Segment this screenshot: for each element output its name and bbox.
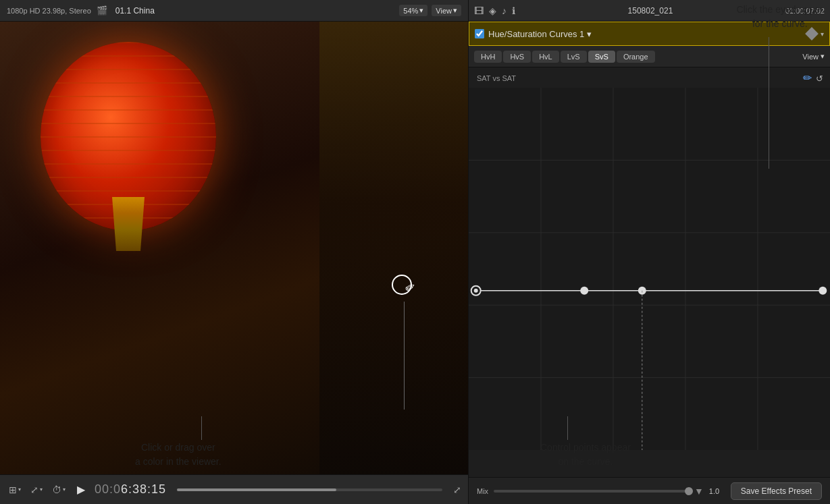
play-button[interactable]: ▶ (73, 482, 89, 497)
tab-svs-label: SvS (595, 53, 608, 61)
timecode-main: 6:38:15 (121, 482, 166, 496)
tab-hvh[interactable]: HvH (474, 51, 502, 63)
save-effects-label: Save Effects Preset (741, 486, 812, 496)
lantern-decoration (41, 35, 230, 251)
progress-bar-fill (177, 488, 336, 491)
svg-rect-0 (469, 88, 830, 450)
curve-tools: ✏ ↺ (803, 73, 823, 84)
effect-name-dropdown[interactable]: Hue/Saturation Curves 1 ▾ (488, 29, 803, 39)
mix-label: Mix (477, 487, 488, 495)
panel-timecode: 01:00:07:02 (785, 7, 825, 15)
speed-icon: ⏱ (52, 484, 61, 495)
curve-view-dropdown[interactable]: View ▾ (802, 52, 825, 61)
effect-name-chevron: ▾ (587, 29, 592, 39)
transform-icon: ⤢ (30, 484, 38, 495)
film-icon-btn[interactable]: 🎞 (474, 5, 484, 16)
tab-hvh-label: HvH (481, 53, 495, 61)
curve-tabs: HvH HvS HvL LvS SvS Orange View ▾ (469, 46, 830, 67)
svg-point-12 (580, 287, 588, 295)
viewer-controls-right: 54% ▾ View ▾ (399, 5, 461, 16)
curve-view-chevron: ▾ (821, 52, 825, 61)
effect-right-icons: ▾ (807, 29, 824, 38)
curve-area[interactable]: SAT vs SAT ✏ ↺ (469, 67, 830, 477)
eyedropper-cursor: ✏ (392, 275, 419, 302)
svg-point-11 (474, 289, 478, 293)
progress-bar-container[interactable] (177, 488, 442, 491)
speed-chevron: ▾ (63, 486, 66, 493)
audio-icon-btn[interactable]: ♪ (502, 5, 507, 16)
curve-eyedropper-btn[interactable]: ✏ (803, 73, 812, 84)
layout-chevron: ▾ (18, 486, 21, 493)
layout-icon: ⊞ (9, 484, 17, 495)
tab-lvs-label: LvS (567, 53, 580, 61)
viewer-meta: 1080p HD 23.98p, Stereo (7, 7, 91, 15)
tab-hvl-label: HvL (539, 53, 552, 61)
tab-orange-label: Orange (623, 53, 648, 61)
eyedropper-icon: ✏ (803, 72, 812, 84)
effect-dropdown-bar: Hue/Saturation Curves 1 ▾ ▾ (469, 22, 830, 46)
zoom-label: 54% (403, 7, 418, 15)
effect-name-label: Hue/Saturation Curves 1 (488, 29, 584, 39)
color-panel: 🎞 ◈ ♪ ℹ 150802_021 01:00:07:02 Hue/Satur… (468, 0, 830, 504)
playback-toolbar: ⊞ ▾ ⤢ ▾ ⏱ ▾ ▶ 00:06:38:15 ⤢ (0, 474, 468, 504)
transform-button[interactable]: ⤢ ▾ (28, 482, 45, 497)
video-frame[interactable]: ✏ (0, 22, 468, 474)
tab-lvs[interactable]: LvS (561, 51, 587, 63)
curve-view-label: View (802, 53, 819, 61)
tab-svs[interactable]: SvS (588, 51, 615, 63)
zoom-chevron: ▾ (419, 6, 423, 15)
panel-clip-name: 150802_021 (521, 6, 780, 16)
timecode-dim: 00:0 (95, 482, 121, 496)
clip-name: 01.1 China (115, 6, 155, 16)
reset-icon: ↺ (816, 74, 823, 84)
timecode-display: 00:06:38:15 (95, 482, 166, 497)
transform-chevron: ▾ (40, 486, 43, 493)
mix-row: Mix ▼ 1.0 Save Effects Preset (469, 477, 830, 504)
keyframe-diamond-icon[interactable] (805, 27, 819, 40)
curve-svg-container (469, 88, 830, 450)
view-chevron: ▾ (453, 6, 457, 15)
viewer-topbar: 1080p HD 23.98p, Stereo 🎬 01.1 China 54%… (0, 0, 468, 22)
mix-slider[interactable] (494, 490, 689, 493)
info-icon-btn[interactable]: ℹ (512, 5, 515, 16)
effect-checkbox[interactable] (475, 29, 484, 38)
zoom-button[interactable]: 54% ▾ (399, 5, 427, 16)
curve-reset-btn[interactable]: ↺ (816, 74, 823, 84)
tab-orange[interactable]: Orange (617, 51, 655, 63)
curve-label: SAT vs SAT (477, 74, 516, 82)
color-wheel-icon-btn[interactable]: ◈ (489, 5, 496, 16)
fullscreen-button[interactable]: ⤢ (453, 484, 461, 495)
speed-button[interactable]: ⏱ ▾ (50, 482, 68, 497)
view-button[interactable]: View ▾ (432, 5, 461, 16)
color-panel-topbar: 🎞 ◈ ♪ ℹ 150802_021 01:00:07:02 (469, 0, 830, 22)
cursor-annotation-line (404, 302, 405, 410)
viewer-panel: 1080p HD 23.98p, Stereo 🎬 01.1 China 54%… (0, 0, 468, 504)
mix-handle-icon: ▼ (694, 486, 704, 497)
tab-hvl[interactable]: HvL (532, 51, 559, 63)
curve-svg (469, 88, 830, 450)
svg-point-14 (819, 287, 827, 295)
effect-options-chevron[interactable]: ▾ (821, 30, 824, 38)
save-effects-button[interactable]: Save Effects Preset (731, 482, 822, 500)
layout-button[interactable]: ⊞ ▾ (7, 482, 23, 497)
mix-value: 1.0 (709, 487, 725, 495)
building-bg (319, 22, 468, 474)
video-bg: ✏ (0, 22, 468, 474)
main-layout: 1080p HD 23.98p, Stereo 🎬 01.1 China 54%… (0, 0, 830, 504)
tab-hvs-label: HvS (510, 53, 524, 61)
view-label: View (436, 7, 452, 15)
clapper-icon: 🎬 (97, 5, 107, 16)
fullscreen-icon: ⤢ (453, 484, 461, 495)
tab-hvs[interactable]: HvS (503, 51, 531, 63)
lantern-tassel (108, 197, 149, 251)
play-icon: ▶ (77, 484, 85, 495)
mix-slider-thumb[interactable] (685, 487, 693, 495)
